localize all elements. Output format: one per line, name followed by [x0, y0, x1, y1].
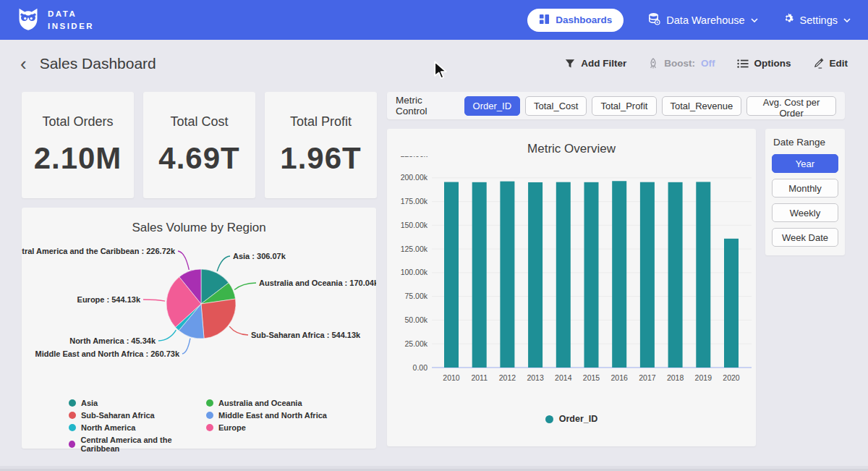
filter-funnel-icon — [565, 59, 575, 69]
pie-slice-label: Middle East and North Africa : 260.73k — [35, 349, 180, 358]
metric-option-order-id[interactable]: Order_ID — [464, 96, 520, 116]
add-filter-button[interactable]: Add Filter — [565, 58, 626, 69]
pie-slice-label: Asia : 306.07k — [233, 252, 286, 260]
y-axis-tick: 75.00k — [404, 292, 427, 300]
y-axis-tick: 175.00k — [401, 197, 428, 205]
pencil-icon — [813, 58, 824, 69]
legend-dot — [545, 415, 553, 423]
chevron-down-icon — [843, 18, 851, 22]
legend-item-middle-east-and-north-africa[interactable]: Middle East and North Africa — [206, 411, 327, 420]
kpi-label: Total Cost — [170, 114, 228, 130]
legend-label: North America — [81, 423, 135, 432]
chevron-down-icon — [751, 18, 758, 22]
legend-label: Central America and the Caribbean — [80, 436, 206, 453]
dashboards-label: Dashboards — [556, 14, 612, 25]
kpi-card-total-cost: Total Cost 4.69T — [143, 92, 255, 198]
kpi-card-total-profit: Total Profit 1.96T — [265, 92, 377, 198]
date-range-option-week-date[interactable]: Week Date — [772, 228, 838, 247]
x-axis-tick: 2013 — [527, 373, 544, 382]
pie-slice-label: Australia and Oceania : 170.04k — [259, 279, 376, 287]
legend-dot — [69, 412, 76, 419]
top-navbar: DATA INSIDER Dashboards — [0, 0, 868, 40]
legend-item-australia-and-oceania[interactable]: Australia and Oceania — [206, 399, 327, 407]
date-range-option-monthly[interactable]: Monthly — [772, 179, 838, 198]
options-button[interactable]: Options — [737, 58, 791, 69]
x-axis-tick: 2010 — [443, 373, 460, 382]
date-range-card: Date Range YearMonthlyWeeklyWeek Date — [765, 129, 845, 255]
legend-dot — [206, 399, 213, 407]
y-axis-tick: 25.00k — [404, 339, 427, 348]
legend-dot — [206, 412, 213, 419]
edit-button[interactable]: Edit — [813, 58, 848, 69]
add-filter-label: Add Filter — [581, 58, 626, 69]
rocket-icon — [648, 58, 658, 69]
legend-item-sub-saharan-africa[interactable]: Sub-Saharan Africa — [69, 411, 206, 420]
x-axis-tick: 2014 — [555, 373, 572, 382]
legend-item-north-america[interactable]: North America — [69, 423, 206, 432]
edit-label: Edit — [830, 58, 848, 69]
data-warehouse-label: Data Warehouse — [666, 14, 744, 26]
y-axis-tick: 150.00k — [401, 221, 428, 229]
pie-slice-label: Sub-Saharan Africa : 544.13k — [251, 331, 361, 339]
metric-option-avg-cost-per-order[interactable]: Avg. Cost per Order — [746, 96, 836, 116]
legend-label: Europe — [218, 423, 246, 432]
bar-2010[interactable] — [444, 182, 459, 368]
bar-2014[interactable] — [556, 182, 571, 368]
pie-slice-label: Europe : 544.13k — [77, 295, 141, 304]
legend-dot — [206, 424, 213, 431]
legend-dot — [69, 424, 76, 431]
bottom-strip — [0, 466, 868, 471]
pie-slice-label: Central America and the Caribbean : 226.… — [22, 247, 176, 255]
gear-icon — [783, 13, 794, 27]
brand-name: DATA INSIDER — [48, 8, 94, 32]
boost-value: Off — [701, 58, 715, 69]
dashboards-button[interactable]: Dashboards — [527, 9, 624, 32]
brand: DATA INSIDER — [17, 7, 94, 34]
bar-2012[interactable] — [500, 182, 514, 368]
bar-chart[interactable]: 0.0025.00k50.00k75.00k100.00k125.00k150.… — [390, 156, 753, 410]
pie-slice-sub-saharan-africa[interactable] — [201, 299, 236, 339]
x-axis-tick: 2012 — [499, 373, 516, 382]
boost-toggle[interactable]: Boost: Off — [648, 58, 715, 69]
bar-chart-title: Metric Overview — [387, 129, 756, 156]
legend-item-europe[interactable]: Europe — [206, 423, 327, 432]
x-axis-tick: 2011 — [471, 373, 488, 382]
legend-dot — [69, 399, 76, 407]
pie-chart[interactable]: Asia : 306.07kAustralia and Oceania : 17… — [22, 235, 376, 393]
y-axis-tick: 100.00k — [401, 268, 428, 276]
bar-2015[interactable] — [584, 182, 599, 368]
y-axis-tick: 225.00k — [401, 156, 428, 158]
kpi-value: 1.96T — [280, 141, 361, 176]
legend-item-central-america-and-the-caribbean[interactable]: Central America and the Caribbean — [69, 436, 206, 453]
date-range-option-weekly[interactable]: Weekly — [772, 203, 838, 222]
bar-2011[interactable] — [472, 182, 487, 368]
x-axis-tick: 2018 — [667, 373, 684, 382]
back-button[interactable]: ‹ — [20, 54, 27, 73]
bar-2013[interactable] — [528, 182, 542, 368]
data-warehouse-menu[interactable]: Data Warehouse — [648, 12, 757, 27]
bar-2019[interactable] — [696, 182, 710, 368]
bar-2016[interactable] — [612, 181, 626, 368]
pie-legend: Asia Sub-Saharan Africa North America Ce… — [22, 399, 376, 453]
settings-menu[interactable]: Settings — [783, 13, 851, 27]
metric-option-total-profit[interactable]: Total_Profit — [592, 96, 656, 116]
legend-item-asia[interactable]: Asia — [69, 399, 206, 407]
bar-2018[interactable] — [668, 182, 683, 368]
x-axis-tick: 2019 — [695, 373, 712, 382]
legend-label: Australia and Oceania — [218, 399, 302, 407]
date-range-option-year[interactable]: Year — [772, 154, 838, 173]
page-title: Sales Dashboard — [40, 55, 156, 72]
kpi-value: 4.69T — [158, 141, 239, 176]
boost-label: Boost: — [664, 58, 695, 69]
legend-label: Asia — [81, 399, 98, 407]
y-axis-tick: 0.00 — [413, 363, 428, 372]
bar-2017[interactable] — [640, 182, 655, 368]
metric-option-total-cost[interactable]: Total_Cost — [525, 96, 587, 116]
legend-label: Sub-Saharan Africa — [81, 411, 155, 420]
owl-logo-icon — [17, 7, 39, 34]
settings-label: Settings — [800, 14, 838, 26]
legend-label: Order_ID — [559, 414, 598, 424]
y-axis-tick: 125.00k — [401, 245, 428, 253]
metric-option-total-revenue[interactable]: Total_Revenue — [662, 96, 742, 116]
bar-2020[interactable] — [724, 239, 739, 368]
